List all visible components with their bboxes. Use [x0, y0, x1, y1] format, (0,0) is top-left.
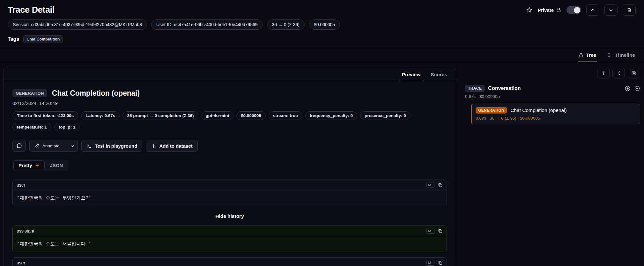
annotate-label: Annotate	[42, 144, 59, 148]
pill-stream: stream: true	[269, 111, 302, 120]
expand-all-button[interactable]	[625, 85, 631, 92]
tab-timeline[interactable]: Timeline	[606, 48, 636, 62]
format-tab-pretty[interactable]: Pretty	[13, 160, 45, 170]
message-tools: M↓	[426, 260, 443, 266]
trace-type-badge: TRACE	[465, 85, 485, 92]
pill-frequency-penalty: frequency_penalty: 0	[305, 111, 357, 120]
markdown-toggle-button[interactable]: M↓	[426, 228, 434, 234]
pretty-label: Pretty	[19, 163, 32, 168]
copy-icon	[438, 182, 443, 188]
tree-icon	[578, 52, 584, 58]
tag-chat-competition[interactable]: Chat Competition	[23, 35, 63, 43]
user-id-badge[interactable]: User ID: dc47a41e-06bc-400d-bde1-f0e440d…	[151, 19, 263, 30]
playground-button[interactable]: Test in playground	[81, 140, 142, 152]
tree-node-generation[interactable]: GENERATION Chat Completion (openai) 0.67…	[471, 104, 640, 124]
pill-latency: Latency: 0.67s	[81, 111, 120, 120]
markdown-icon: M↓	[428, 229, 433, 233]
format-tabs: Pretty JSON	[12, 159, 69, 171]
privacy-label: Private	[538, 7, 561, 13]
generation-node-badge: GENERATION	[476, 107, 507, 114]
generation-header: GENERATION Chat Completion (openai)	[12, 89, 447, 98]
collapse-all-button[interactable]	[634, 85, 640, 92]
node-header: GENERATION Chat Completion (openai)	[476, 107, 636, 114]
messages-list: user M↓ "대한민국의 수도는 무엇인가요?" Hide histor	[12, 180, 447, 266]
terminal-icon	[86, 143, 92, 149]
message-user-1: user M↓ "대한민국의 수도는 무엇인가요?"	[12, 180, 447, 206]
nav-down-button[interactable]	[604, 4, 618, 16]
message-role: user	[17, 260, 25, 265]
message-content: "대한민국의 수도는 서울입니다."	[13, 236, 447, 252]
playground-label: Test in playground	[95, 143, 137, 149]
copy-button[interactable]	[438, 228, 443, 233]
timeline-icon	[607, 52, 612, 58]
tree-collapse-button[interactable]	[612, 68, 625, 78]
node-stats: 0.67s 36 → 0 (Σ 36) $0.000005	[476, 116, 636, 121]
tree-toolbar: %	[465, 68, 640, 78]
message-content: "대한민국의 수도는 무엇인가요?"	[13, 190, 447, 206]
format-tab-json[interactable]: JSON	[45, 161, 68, 170]
percent-icon: %	[632, 70, 636, 76]
meta-badges-row: Session: cd3abcd6-c81c-4037-935d-19d9f27…	[0, 18, 644, 30]
message-tools: M↓	[426, 228, 443, 234]
comment-button[interactable]	[12, 140, 26, 152]
chevron-down-icon	[70, 144, 75, 148]
trace-tree-panel: % TRACE Conversation 0.67s $0.000005	[465, 68, 640, 124]
generation-node-name: Chat Completion (openai)	[510, 107, 567, 113]
copy-icon	[438, 260, 443, 265]
star-icon	[526, 7, 533, 13]
tab-tree-label: Tree	[586, 52, 596, 58]
generation-timestamp: 02/12/2024, 14:20:49	[12, 100, 447, 106]
observation-card: Preview Scores GENERATION Chat Completio…	[3, 68, 456, 266]
add-to-dataset-button[interactable]: Add to dataset	[146, 140, 197, 152]
pill-presence-penalty: presence_penalty: 0	[360, 111, 411, 120]
favorite-button[interactable]	[526, 7, 533, 13]
tree-key-button[interactable]	[597, 68, 610, 78]
sparkle-icon	[35, 163, 40, 168]
copy-button[interactable]	[438, 182, 443, 188]
markdown-icon: M↓	[428, 183, 433, 187]
message-tools: M↓	[426, 182, 443, 188]
add-to-dataset-label: Add to dataset	[159, 143, 192, 149]
message-header: user M↓	[13, 258, 447, 266]
circle-plus-icon	[625, 85, 631, 92]
copy-button[interactable]	[438, 260, 443, 265]
observation-body: GENERATION Chat Completion (openai) 02/1…	[4, 81, 456, 266]
toggle-knob	[574, 7, 580, 13]
message-assistant: assistant M↓ "대한민국의 수도는 서울입니다."	[12, 225, 447, 252]
markdown-toggle-button[interactable]: M↓	[426, 182, 434, 188]
generation-type-badge: GENERATION	[12, 89, 47, 97]
plus-icon	[151, 143, 156, 149]
session-badge[interactable]: Session: cd3abcd6-c81c-4037-935d-19d9f27…	[8, 19, 147, 30]
copy-icon	[438, 228, 443, 233]
parameter-pills: Time to first token: -423.00s Latency: 0…	[12, 111, 421, 131]
tab-scores[interactable]: Scores	[426, 68, 451, 81]
pill-model: gpt-4o-mini	[201, 111, 234, 120]
trace-latency: 0.67s	[465, 94, 476, 99]
tree-metrics-button[interactable]: %	[628, 68, 640, 78]
tab-tree[interactable]: Tree	[578, 48, 597, 62]
hide-history-link[interactable]: Hide history	[12, 213, 447, 219]
annotate-button[interactable]: Annotate	[30, 140, 64, 151]
markdown-icon: M↓	[428, 261, 433, 265]
cost-badge: $0.000005	[309, 19, 340, 30]
delete-trace-button[interactable]	[623, 4, 636, 16]
lock-icon	[556, 7, 561, 13]
trash-icon	[626, 7, 632, 13]
trace-root-row[interactable]: TRACE Conversation	[465, 85, 640, 92]
view-tabs: Tree Timeline	[0, 48, 644, 62]
observation-tabs: Preview Scores	[4, 68, 456, 81]
nav-up-button[interactable]	[586, 4, 599, 16]
chat-bubble-icon	[16, 143, 22, 149]
privacy-toggle[interactable]	[566, 6, 581, 14]
header-actions: Private	[526, 4, 636, 16]
chevron-down-icon	[608, 7, 614, 13]
trace-cost: $0.000005	[479, 94, 500, 99]
tab-preview[interactable]: Preview	[398, 68, 425, 81]
pen-icon	[34, 143, 40, 149]
pill-top-p: top_p: 1	[54, 123, 80, 131]
privacy-text: Private	[538, 7, 554, 13]
message-header: user M↓	[13, 180, 447, 190]
annotate-dropdown-button[interactable]	[67, 140, 78, 151]
pill-time-to-first-token: Time to first token: -423.00s	[12, 111, 78, 120]
markdown-toggle-button[interactable]: M↓	[426, 260, 434, 266]
